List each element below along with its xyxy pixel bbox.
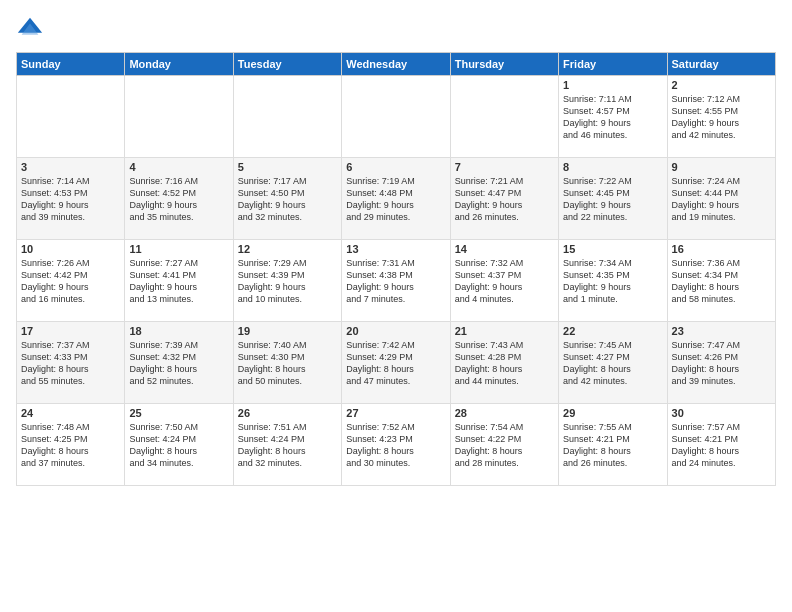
day-number: 14 bbox=[455, 243, 554, 255]
calendar-cell: 18Sunrise: 7:39 AM Sunset: 4:32 PM Dayli… bbox=[125, 322, 233, 404]
day-info: Sunrise: 7:11 AM Sunset: 4:57 PM Dayligh… bbox=[563, 94, 632, 140]
weekday-header-tuesday: Tuesday bbox=[233, 53, 341, 76]
calendar-table: SundayMondayTuesdayWednesdayThursdayFrid… bbox=[16, 52, 776, 486]
calendar-cell: 4Sunrise: 7:16 AM Sunset: 4:52 PM Daylig… bbox=[125, 158, 233, 240]
calendar-cell bbox=[450, 76, 558, 158]
day-number: 16 bbox=[672, 243, 771, 255]
day-info: Sunrise: 7:45 AM Sunset: 4:27 PM Dayligh… bbox=[563, 340, 632, 386]
day-info: Sunrise: 7:14 AM Sunset: 4:53 PM Dayligh… bbox=[21, 176, 90, 222]
calendar-cell: 6Sunrise: 7:19 AM Sunset: 4:48 PM Daylig… bbox=[342, 158, 450, 240]
day-info: Sunrise: 7:16 AM Sunset: 4:52 PM Dayligh… bbox=[129, 176, 198, 222]
day-number: 13 bbox=[346, 243, 445, 255]
logo bbox=[16, 16, 48, 44]
day-number: 1 bbox=[563, 79, 662, 91]
calendar-cell: 8Sunrise: 7:22 AM Sunset: 4:45 PM Daylig… bbox=[559, 158, 667, 240]
calendar-cell: 26Sunrise: 7:51 AM Sunset: 4:24 PM Dayli… bbox=[233, 404, 341, 486]
day-number: 19 bbox=[238, 325, 337, 337]
calendar-week-1: 1Sunrise: 7:11 AM Sunset: 4:57 PM Daylig… bbox=[17, 76, 776, 158]
weekday-header-wednesday: Wednesday bbox=[342, 53, 450, 76]
day-info: Sunrise: 7:21 AM Sunset: 4:47 PM Dayligh… bbox=[455, 176, 524, 222]
day-info: Sunrise: 7:57 AM Sunset: 4:21 PM Dayligh… bbox=[672, 422, 741, 468]
calendar-week-5: 24Sunrise: 7:48 AM Sunset: 4:25 PM Dayli… bbox=[17, 404, 776, 486]
day-info: Sunrise: 7:39 AM Sunset: 4:32 PM Dayligh… bbox=[129, 340, 198, 386]
day-info: Sunrise: 7:17 AM Sunset: 4:50 PM Dayligh… bbox=[238, 176, 307, 222]
calendar-cell: 16Sunrise: 7:36 AM Sunset: 4:34 PM Dayli… bbox=[667, 240, 775, 322]
day-number: 23 bbox=[672, 325, 771, 337]
calendar-cell bbox=[342, 76, 450, 158]
day-number: 21 bbox=[455, 325, 554, 337]
day-info: Sunrise: 7:29 AM Sunset: 4:39 PM Dayligh… bbox=[238, 258, 307, 304]
calendar-cell: 12Sunrise: 7:29 AM Sunset: 4:39 PM Dayli… bbox=[233, 240, 341, 322]
day-info: Sunrise: 7:31 AM Sunset: 4:38 PM Dayligh… bbox=[346, 258, 415, 304]
day-number: 7 bbox=[455, 161, 554, 173]
day-info: Sunrise: 7:22 AM Sunset: 4:45 PM Dayligh… bbox=[563, 176, 632, 222]
day-info: Sunrise: 7:37 AM Sunset: 4:33 PM Dayligh… bbox=[21, 340, 90, 386]
day-info: Sunrise: 7:24 AM Sunset: 4:44 PM Dayligh… bbox=[672, 176, 741, 222]
day-number: 11 bbox=[129, 243, 228, 255]
calendar-cell: 14Sunrise: 7:32 AM Sunset: 4:37 PM Dayli… bbox=[450, 240, 558, 322]
calendar-cell: 17Sunrise: 7:37 AM Sunset: 4:33 PM Dayli… bbox=[17, 322, 125, 404]
day-info: Sunrise: 7:34 AM Sunset: 4:35 PM Dayligh… bbox=[563, 258, 632, 304]
calendar-cell: 13Sunrise: 7:31 AM Sunset: 4:38 PM Dayli… bbox=[342, 240, 450, 322]
calendar-cell: 7Sunrise: 7:21 AM Sunset: 4:47 PM Daylig… bbox=[450, 158, 558, 240]
weekday-header-monday: Monday bbox=[125, 53, 233, 76]
calendar-week-2: 3Sunrise: 7:14 AM Sunset: 4:53 PM Daylig… bbox=[17, 158, 776, 240]
header bbox=[16, 16, 776, 44]
day-info: Sunrise: 7:36 AM Sunset: 4:34 PM Dayligh… bbox=[672, 258, 741, 304]
weekday-header-sunday: Sunday bbox=[17, 53, 125, 76]
day-number: 17 bbox=[21, 325, 120, 337]
calendar-cell: 19Sunrise: 7:40 AM Sunset: 4:30 PM Dayli… bbox=[233, 322, 341, 404]
day-info: Sunrise: 7:51 AM Sunset: 4:24 PM Dayligh… bbox=[238, 422, 307, 468]
day-info: Sunrise: 7:48 AM Sunset: 4:25 PM Dayligh… bbox=[21, 422, 90, 468]
day-number: 28 bbox=[455, 407, 554, 419]
day-info: Sunrise: 7:40 AM Sunset: 4:30 PM Dayligh… bbox=[238, 340, 307, 386]
calendar-cell: 21Sunrise: 7:43 AM Sunset: 4:28 PM Dayli… bbox=[450, 322, 558, 404]
day-info: Sunrise: 7:42 AM Sunset: 4:29 PM Dayligh… bbox=[346, 340, 415, 386]
day-number: 2 bbox=[672, 79, 771, 91]
calendar-cell: 15Sunrise: 7:34 AM Sunset: 4:35 PM Dayli… bbox=[559, 240, 667, 322]
calendar-cell: 5Sunrise: 7:17 AM Sunset: 4:50 PM Daylig… bbox=[233, 158, 341, 240]
calendar-cell: 1Sunrise: 7:11 AM Sunset: 4:57 PM Daylig… bbox=[559, 76, 667, 158]
weekday-header-saturday: Saturday bbox=[667, 53, 775, 76]
calendar-cell: 20Sunrise: 7:42 AM Sunset: 4:29 PM Dayli… bbox=[342, 322, 450, 404]
calendar-cell: 2Sunrise: 7:12 AM Sunset: 4:55 PM Daylig… bbox=[667, 76, 775, 158]
day-number: 12 bbox=[238, 243, 337, 255]
day-info: Sunrise: 7:47 AM Sunset: 4:26 PM Dayligh… bbox=[672, 340, 741, 386]
day-number: 29 bbox=[563, 407, 662, 419]
day-number: 6 bbox=[346, 161, 445, 173]
day-number: 8 bbox=[563, 161, 662, 173]
day-number: 5 bbox=[238, 161, 337, 173]
day-number: 9 bbox=[672, 161, 771, 173]
day-number: 4 bbox=[129, 161, 228, 173]
weekday-header-friday: Friday bbox=[559, 53, 667, 76]
day-info: Sunrise: 7:27 AM Sunset: 4:41 PM Dayligh… bbox=[129, 258, 198, 304]
calendar-cell bbox=[233, 76, 341, 158]
weekday-header-thursday: Thursday bbox=[450, 53, 558, 76]
day-number: 27 bbox=[346, 407, 445, 419]
calendar-cell: 25Sunrise: 7:50 AM Sunset: 4:24 PM Dayli… bbox=[125, 404, 233, 486]
day-number: 24 bbox=[21, 407, 120, 419]
calendar-cell: 27Sunrise: 7:52 AM Sunset: 4:23 PM Dayli… bbox=[342, 404, 450, 486]
day-number: 30 bbox=[672, 407, 771, 419]
day-number: 20 bbox=[346, 325, 445, 337]
calendar-week-3: 10Sunrise: 7:26 AM Sunset: 4:42 PM Dayli… bbox=[17, 240, 776, 322]
calendar-cell: 10Sunrise: 7:26 AM Sunset: 4:42 PM Dayli… bbox=[17, 240, 125, 322]
day-info: Sunrise: 7:55 AM Sunset: 4:21 PM Dayligh… bbox=[563, 422, 632, 468]
page: SundayMondayTuesdayWednesdayThursdayFrid… bbox=[0, 0, 792, 612]
calendar-cell bbox=[125, 76, 233, 158]
day-number: 18 bbox=[129, 325, 228, 337]
calendar-cell: 30Sunrise: 7:57 AM Sunset: 4:21 PM Dayli… bbox=[667, 404, 775, 486]
calendar-cell: 23Sunrise: 7:47 AM Sunset: 4:26 PM Dayli… bbox=[667, 322, 775, 404]
day-number: 22 bbox=[563, 325, 662, 337]
calendar-cell: 29Sunrise: 7:55 AM Sunset: 4:21 PM Dayli… bbox=[559, 404, 667, 486]
logo-icon bbox=[16, 16, 44, 44]
day-info: Sunrise: 7:54 AM Sunset: 4:22 PM Dayligh… bbox=[455, 422, 524, 468]
day-info: Sunrise: 7:12 AM Sunset: 4:55 PM Dayligh… bbox=[672, 94, 741, 140]
day-number: 25 bbox=[129, 407, 228, 419]
day-number: 10 bbox=[21, 243, 120, 255]
day-info: Sunrise: 7:52 AM Sunset: 4:23 PM Dayligh… bbox=[346, 422, 415, 468]
calendar-cell: 3Sunrise: 7:14 AM Sunset: 4:53 PM Daylig… bbox=[17, 158, 125, 240]
day-number: 3 bbox=[21, 161, 120, 173]
day-info: Sunrise: 7:19 AM Sunset: 4:48 PM Dayligh… bbox=[346, 176, 415, 222]
calendar-cell: 22Sunrise: 7:45 AM Sunset: 4:27 PM Dayli… bbox=[559, 322, 667, 404]
